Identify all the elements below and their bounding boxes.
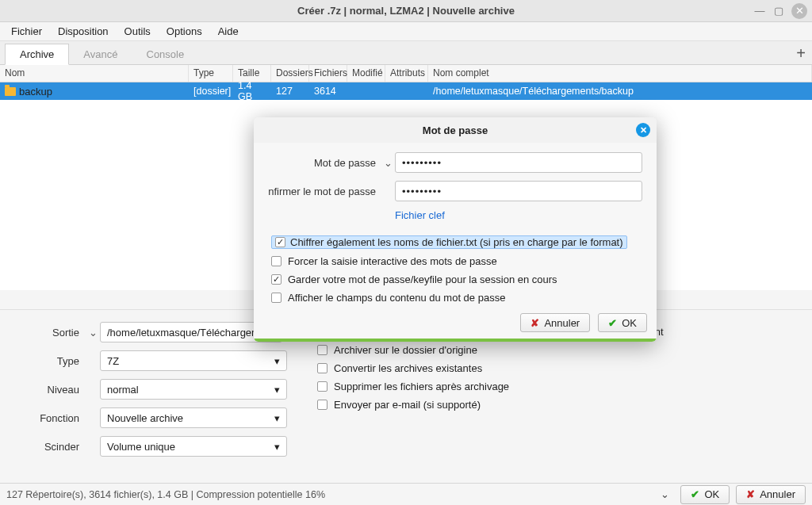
tab-console[interactable]: Console — [132, 44, 199, 64]
statusbar: 127 Répertoire(s), 3614 fichier(s), 1.4 … — [0, 483, 812, 505]
dialog-title: Mot de passe — [423, 124, 488, 136]
scinder-select[interactable]: Volume unique ▾ — [100, 436, 287, 457]
cell-taille: 1.4 GB — [233, 80, 271, 102]
cell-fichiers: 3614 — [309, 86, 347, 97]
cross-icon: ✘ — [746, 488, 755, 500]
cell-dossiers: 127 — [271, 86, 309, 97]
menu-disposition[interactable]: Disposition — [53, 24, 113, 39]
dialog-ok-button[interactable]: ✔OK — [598, 313, 647, 332]
chk-show-content[interactable]: Afficher le champs du contenu du mot de … — [271, 292, 642, 304]
chevron-down-icon: ▾ — [274, 412, 280, 424]
add-tab-button[interactable]: + — [796, 44, 806, 63]
cell-type: [dossier] — [189, 86, 233, 97]
password-input[interactable] — [395, 152, 642, 173]
label-type: Type — [16, 355, 86, 367]
chk-force-interactive[interactable]: Forcer la saisie interactive des mots de… — [271, 255, 642, 267]
status-menu-icon[interactable]: ⌄ — [656, 488, 674, 500]
cancel-button[interactable]: ✘Annuler — [736, 485, 806, 504]
label-scinder: Scinder — [16, 441, 86, 453]
table-row[interactable]: backup [dossier] 1.4 GB 127 3614 /home/l… — [0, 82, 812, 100]
niveau-select[interactable]: normal ▾ — [100, 379, 287, 400]
menubar: Fichier Disposition Outils Options Aide — [0, 22, 812, 41]
fonction-select[interactable]: Nouvelle archive ▾ — [100, 407, 287, 428]
col-taille[interactable]: Taille — [233, 65, 271, 82]
password-dialog: Mot de passe ✕ Mot de passe ⌄ nfirmer le… — [254, 117, 657, 342]
col-nom[interactable]: Nom — [0, 65, 189, 82]
maximize-button[interactable]: ▢ — [772, 5, 785, 17]
chevron-down-icon: ▾ — [274, 441, 280, 453]
window-title: Créer .7z | normal, LZMA2 | Nouvelle arc… — [297, 5, 515, 17]
cell-full: /home/letuxmasque/Téléchargements/backup — [428, 86, 812, 97]
keyfile-link[interactable]: Fichier clef — [395, 209, 445, 221]
tab-archive[interactable]: Archive — [5, 44, 69, 65]
dialog-cancel-button[interactable]: ✘Annuler — [520, 313, 590, 332]
confirm-password-input[interactable] — [395, 181, 642, 201]
menu-outils[interactable]: Outils — [120, 24, 155, 39]
label-fonction: Fonction — [16, 412, 86, 424]
chk-encrypt-names[interactable]: Chiffrer également les noms de fichier.t… — [271, 235, 642, 249]
dialog-titlebar: Mot de passe ✕ — [254, 117, 657, 143]
col-modifie[interactable]: Modifié — [347, 65, 385, 82]
chk-keep-session[interactable]: Garder votre mot de passe/keyfile pour l… — [271, 274, 642, 285]
label-sortie: Sortie — [16, 327, 86, 339]
close-button[interactable]: ✕ — [791, 3, 807, 19]
col-fichiers[interactable]: Fichiers — [309, 65, 347, 82]
chk-email[interactable]: Envoyer par e-mail (si supporté) — [317, 399, 550, 411]
titlebar: Créer .7z | normal, LZMA2 | Nouvelle arc… — [0, 0, 812, 22]
check-icon: ✔ — [691, 488, 699, 500]
menu-aide[interactable]: Aide — [213, 24, 243, 39]
col-nomcomplet[interactable]: Nom complet — [428, 65, 812, 82]
window-controls: — ▢ ✕ — [753, 3, 807, 19]
menu-fichier[interactable]: Fichier — [6, 24, 47, 39]
tab-avance[interactable]: Avancé — [69, 44, 132, 64]
chevron-down-icon: ▾ — [274, 355, 280, 367]
cell-nom: backup — [0, 86, 189, 98]
col-dossiers[interactable]: Dossiers — [271, 65, 309, 82]
col-type[interactable]: Type — [189, 65, 233, 82]
status-text: 127 Répertoire(s), 3614 fichier(s), 1.4 … — [6, 489, 649, 500]
label-confirm: nfirmer le mot de passe — [268, 186, 381, 197]
type-select[interactable]: 7Z ▾ — [100, 350, 287, 371]
dialog-close-button[interactable]: ✕ — [636, 123, 650, 137]
cross-icon: ✘ — [530, 317, 539, 329]
ok-button[interactable]: ✔OK — [680, 485, 730, 504]
chk-convertir[interactable]: Convertir les archives existantes — [317, 362, 550, 374]
label-niveau: Niveau — [16, 384, 86, 396]
check-icon: ✔ — [608, 317, 617, 329]
menu-options[interactable]: Options — [162, 24, 207, 39]
col-attributs[interactable]: Attributs — [385, 65, 428, 82]
folder-icon — [5, 87, 16, 96]
dialog-accent-bar — [254, 339, 657, 342]
table-header: Nom Type Taille Dossiers Fichiers Modifi… — [0, 65, 812, 82]
chevron-down-icon: ▾ — [274, 384, 280, 396]
minimize-button[interactable]: — — [753, 5, 766, 17]
tabbar: Archive Avancé Console + — [0, 41, 812, 65]
label-password: Mot de passe — [268, 157, 381, 169]
sortie-expand-icon[interactable]: ⌄ — [86, 327, 100, 339]
chk-supprimer[interactable]: Supprimer les fichiers après archivage — [317, 381, 550, 392]
chk-archiver[interactable]: Archiver sur le dossier d'origine — [317, 344, 550, 356]
password-expand-icon[interactable]: ⌄ — [381, 157, 395, 169]
